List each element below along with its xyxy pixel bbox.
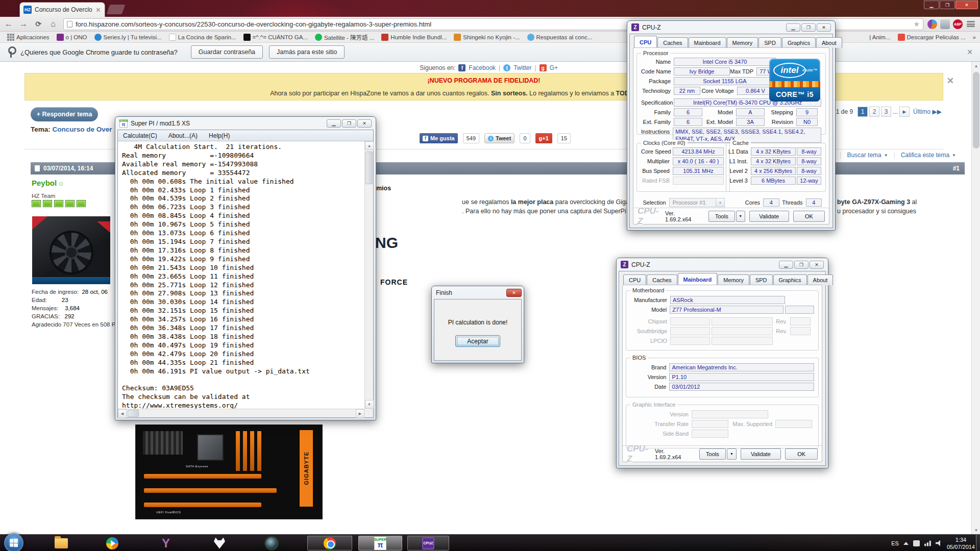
bookmark-item[interactable]: =^.^= CUÁNTO GA... — [243, 34, 308, 41]
cpuz-titlebar[interactable]: Z CPU-Z ▁ ❐ ✕ — [617, 258, 828, 271]
tab-graphics[interactable]: Graphics — [773, 274, 807, 285]
scrollbar-thumb[interactable] — [128, 410, 139, 417]
close-button[interactable]: ✕ — [810, 261, 824, 269]
facebook-link[interactable]: Facebook — [469, 64, 496, 71]
never-save-button[interactable]: Jamás para este sitio — [269, 45, 345, 59]
processor-select[interactable]: Processor #1▼ — [669, 198, 725, 207]
cpuz-titlebar[interactable]: Z CPU-Z ▁ ❐ ✕ — [627, 21, 835, 34]
forward-icon[interactable]: → — [17, 18, 30, 30]
maximize-button[interactable]: ❐ — [342, 119, 356, 128]
maximize-button[interactable]: ❐ — [940, 1, 955, 9]
bookmark-item[interactable]: Humble Indie Bundl... — [381, 34, 447, 41]
ok-button[interactable]: OK — [793, 211, 825, 222]
close-button[interactable]: ✕ — [817, 23, 831, 32]
scroll-down-icon[interactable]: ▼ — [972, 526, 980, 534]
page-scrollbar[interactable]: ▲ ▼ — [971, 62, 980, 534]
bookmark-item[interactable]: Shingeki no Kyojin -... — [454, 34, 520, 41]
bookmark-item[interactable]: Respuestas al conc... — [527, 34, 593, 41]
page-last-link[interactable]: Último ▶▶ — [913, 108, 942, 115]
start-button[interactable] — [4, 533, 23, 551]
bookmark-star-icon[interactable]: ★ — [913, 20, 920, 28]
tab-mainboard[interactable]: Mainboard — [678, 273, 718, 285]
tab-memory[interactable]: Memory — [718, 274, 749, 285]
ok-button[interactable]: OK — [785, 448, 818, 460]
bookmarks-overflow-icon[interactable]: » — [973, 34, 976, 40]
close-button[interactable]: ✕ — [955, 1, 978, 9]
cpuz-cpu-window[interactable]: Z CPU-Z ▁ ❐ ✕ CPU Caches Mainboard Memor… — [627, 20, 836, 231]
taskbar-explorer[interactable] — [51, 536, 71, 550]
tab-spd[interactable]: SPD — [758, 37, 781, 48]
tweet-button[interactable]: tTweet — [484, 133, 514, 143]
scroll-left-icon[interactable]: ◀ — [118, 409, 127, 418]
bookmark-item[interactable]: La Cocina de Sparin... — [169, 34, 236, 41]
back-icon[interactable]: ← — [3, 18, 15, 30]
bookmark-item[interactable]: Descargar Peliculas ... — [898, 34, 966, 41]
tools-button[interactable]: Tools — [699, 448, 726, 460]
minimize-button[interactable]: ▁ — [327, 119, 341, 128]
tab-memory[interactable]: Memory — [727, 37, 758, 48]
key-extension-icon[interactable] — [940, 19, 950, 29]
clock[interactable]: 1:34 05/07/2014 — [947, 536, 975, 550]
page-next-button[interactable]: ▶ — [899, 107, 910, 117]
tab-cpu[interactable]: CPU — [623, 274, 646, 285]
taskbar-chrome[interactable] — [307, 536, 352, 550]
page-3-button[interactable]: 3 — [881, 107, 891, 117]
home-icon[interactable]: ⌂ — [47, 18, 59, 30]
menu-help[interactable]: Help(H) — [209, 132, 230, 139]
finish-titlebar[interactable]: Finish ✕ — [432, 286, 524, 299]
tab-graphics[interactable]: Graphics — [782, 37, 816, 48]
tab-caches[interactable]: Caches — [657, 37, 688, 48]
tab-cpu[interactable]: CPU — [634, 36, 657, 48]
minimize-button[interactable]: ▁ — [779, 261, 793, 269]
tab-about[interactable]: About — [807, 274, 834, 285]
reply-topic-button[interactable]: + Responder tema — [31, 107, 98, 121]
hidden-icons-icon[interactable] — [903, 542, 909, 545]
page-1-button[interactable]: 1 — [857, 107, 868, 117]
volume-icon[interactable] — [936, 540, 942, 546]
superpi-window[interactable]: SUPERπ Super PI / mod1.5 XS ▁ ❐ ✕ Calcul… — [115, 116, 376, 420]
infobar-close-icon[interactable]: ✕ — [967, 48, 973, 56]
post-number[interactable]: #1 — [953, 165, 960, 172]
scroll-up-icon[interactable]: ▲ — [365, 141, 374, 150]
finish-dialog[interactable]: Finish ✕ PI calculation is done! Aceptar — [431, 286, 524, 363]
scrollbar-thumb[interactable] — [973, 72, 979, 148]
maximize-button[interactable]: ❐ — [794, 261, 808, 269]
url-text[interactable]: foro.hispazone.com/sorteos-y-concursos/2… — [76, 20, 431, 28]
tab-about[interactable]: About — [816, 37, 842, 48]
tab-caches[interactable]: Caches — [647, 274, 677, 285]
scroll-right-icon[interactable]: ▶ — [356, 409, 364, 418]
bookmark-item[interactable]: Series.ly | Tu televisi... — [94, 34, 162, 41]
tab-spd[interactable]: SPD — [750, 274, 773, 285]
gplus-button[interactable]: g+1 — [535, 133, 552, 143]
taskbar-superpi[interactable]: SUPERπ — [358, 536, 402, 550]
accept-button[interactable]: Aceptar — [455, 335, 500, 347]
taskbar-media-player[interactable] — [102, 536, 122, 550]
save-password-button[interactable]: Guardar contraseña — [191, 45, 263, 59]
tab-mainboard[interactable]: Mainboard — [689, 37, 726, 48]
bookmark-item[interactable]: | Anim... — [869, 34, 890, 40]
tools-button[interactable]: Tools — [708, 211, 735, 222]
tab-close-icon[interactable]: ✕ — [95, 7, 101, 13]
taskbar-daemon-tools[interactable] — [261, 536, 282, 550]
username-link[interactable]: Peybol — [32, 179, 63, 187]
language-indicator[interactable]: ES — [891, 540, 899, 546]
scroll-up-icon[interactable]: ▲ — [972, 62, 980, 70]
search-topic-menu[interactable]: Buscar tema▼ — [840, 152, 894, 159]
network-icon[interactable] — [924, 540, 931, 546]
avatar[interactable] — [32, 216, 110, 284]
validate-button[interactable]: Validate — [749, 211, 789, 222]
validate-button[interactable]: Validate — [741, 448, 781, 460]
maximize-button[interactable]: ❐ — [801, 23, 816, 32]
cpuz-mainboard-window[interactable]: Z CPU-Z ▁ ❐ ✕ CPU Caches Mainboard Memor… — [616, 258, 828, 468]
minimize-button[interactable]: ▁ — [924, 1, 939, 9]
gplus-link[interactable]: G+ — [550, 64, 558, 71]
menu-calculate[interactable]: Calculate(C) — [123, 132, 157, 139]
action-center-icon[interactable] — [913, 540, 920, 546]
extension-icon[interactable] — [927, 19, 937, 29]
bookmark-item[interactable]: Satellite - 陳芳語 ... — [315, 33, 374, 41]
scroll-down-icon[interactable]: ▼ — [365, 400, 374, 409]
taskbar-foobar[interactable] — [209, 536, 230, 550]
show-desktop-button[interactable] — [976, 535, 980, 551]
banner-close-icon[interactable]: ✕ — [947, 76, 954, 86]
twitter-link[interactable]: Twitter — [513, 64, 531, 71]
